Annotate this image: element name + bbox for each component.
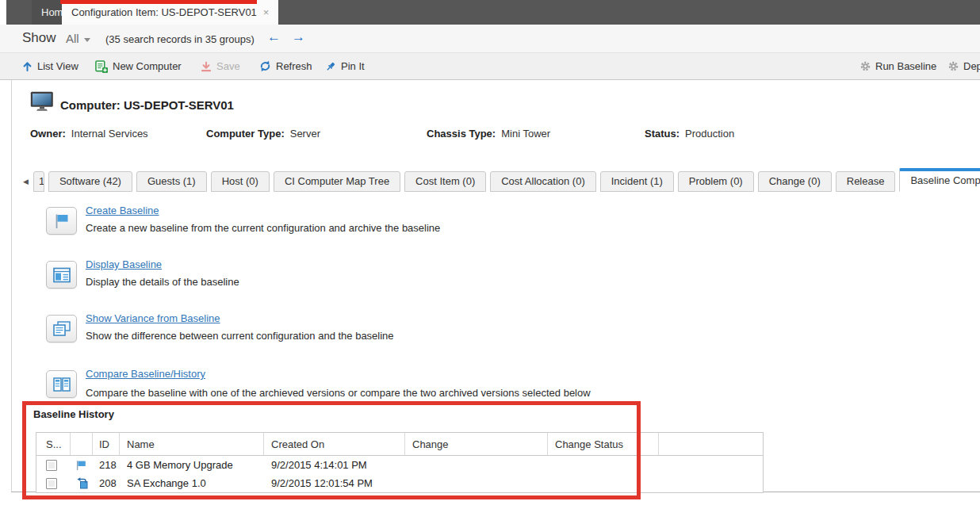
column-header-icon[interactable] [71, 433, 93, 455]
compare-baseline-link[interactable]: Compare Baseline/History [86, 368, 205, 380]
field-label: Computer Type: [206, 128, 285, 140]
column-header-extra [659, 433, 763, 455]
tab-cost-item[interactable]: Cost Item (0) [404, 171, 486, 192]
id-cell: 208 [93, 477, 120, 489]
window-tab-bar: Home × Configuration Item: US-DEPOT-SERV… [6, 0, 980, 25]
run-baseline-label: Run Baseline [875, 60, 936, 72]
field-owner: Owner:Internal Services [30, 128, 148, 140]
list-view-label: List View [37, 60, 78, 72]
show-label: Show [22, 30, 56, 46]
close-icon[interactable]: × [263, 6, 270, 18]
tab-incident[interactable]: Incident (1) [600, 171, 674, 192]
refresh-button[interactable]: Refresh [259, 53, 312, 79]
field-value: Internal Services [71, 128, 148, 140]
deploy-button[interactable]: Dep [948, 53, 980, 79]
new-document-icon [95, 60, 108, 73]
field-label: Owner: [30, 128, 66, 140]
display-baseline-link[interactable]: Display Baseline [86, 258, 162, 270]
row-checkbox[interactable] [46, 460, 57, 471]
new-computer-button[interactable]: New Computer [95, 53, 182, 79]
flag-icon [53, 212, 71, 230]
create-baseline-button[interactable] [46, 207, 77, 235]
search-records-count: (35 search records in 35 groups) [105, 33, 255, 45]
action-show-variance: Show Variance from Baseline Show the dif… [0, 312, 980, 360]
name-cell: 4 GB Memory Upgrade [120, 459, 264, 471]
select-cell [36, 478, 71, 489]
icon-cell [71, 477, 93, 489]
deploy-label: Dep [963, 60, 980, 72]
id-cell: 218 [93, 459, 120, 471]
show-variance-description: Show the difference between current conf… [86, 330, 394, 342]
tab-scroll-left-icon[interactable]: ◀ [23, 178, 29, 186]
window-tab-configuration-item[interactable]: Configuration Item: US-DEPOT-SERV01 × [62, 0, 278, 25]
save-icon [201, 61, 212, 72]
previous-record-button[interactable]: ← [267, 29, 281, 45]
tab-problem[interactable]: Problem (0) [678, 171, 754, 192]
action-create-baseline: Create Baseline Create a new baseline fr… [0, 205, 980, 252]
field-value: Production [685, 128, 734, 140]
active-tab-label: Configuration Item: US-DEPOT-SERV01 [71, 6, 257, 18]
save-label: Save [216, 60, 240, 72]
run-baseline-button[interactable]: Run Baseline [860, 53, 936, 79]
refresh-label: Refresh [276, 60, 312, 72]
tab-overflow-partial[interactable]: 1) [33, 171, 44, 192]
show-variance-link[interactable]: Show Variance from Baseline [86, 312, 220, 324]
field-status: Status:Production [645, 128, 734, 140]
icon-cell [71, 460, 93, 471]
column-header-select[interactable]: S... [36, 433, 71, 455]
variance-icon [53, 321, 71, 337]
restore-icon [75, 477, 88, 489]
column-header-name[interactable]: Name [120, 433, 264, 455]
table-header-row: S... ID Name Created On Change Change St… [36, 433, 763, 456]
display-baseline-button[interactable] [46, 261, 77, 289]
column-header-change[interactable]: Change [405, 433, 548, 455]
compare-icon [53, 377, 71, 392]
tab-baseline-comparison[interactable]: Baseline Comparison [899, 168, 980, 192]
select-cell [36, 460, 71, 471]
new-computer-label: New Computer [113, 60, 182, 72]
created-on-cell: 9/2/2015 12:01:54 PM [264, 477, 405, 489]
tab-cost-allocation[interactable]: Cost Allocation (0) [490, 171, 596, 192]
tab-guests[interactable]: Guests (1) [136, 171, 207, 192]
field-value: Mini Tower [501, 128, 550, 140]
save-button[interactable]: Save [201, 53, 240, 79]
created-on-cell: 9/2/2015 4:14:01 PM [264, 459, 405, 471]
table-row[interactable]: 208 SA Exchange 1.0 9/2/2015 12:01:54 PM [36, 474, 763, 492]
next-record-button[interactable]: → [292, 29, 305, 45]
compare-baseline-button[interactable] [46, 370, 77, 398]
table-row[interactable]: 218 4 GB Memory Upgrade 9/2/2015 4:14:01… [36, 456, 763, 474]
row-checkbox[interactable] [46, 478, 57, 489]
display-baseline-icon [53, 267, 71, 283]
flag-icon [75, 460, 86, 471]
column-header-created-on[interactable]: Created On [264, 433, 405, 455]
search-nav-row: Show All (35 search records in 35 groups… [0, 25, 980, 52]
baseline-history-table: S... ID Name Created On Change Change St… [36, 432, 764, 493]
column-header-change-status[interactable]: Change Status [548, 433, 659, 455]
up-arrow-icon [22, 61, 33, 72]
list-view-button[interactable]: List View [22, 53, 78, 79]
gear-icon [948, 61, 959, 71]
tab-host[interactable]: Host (0) [211, 171, 270, 192]
create-baseline-link[interactable]: Create Baseline [86, 205, 159, 216]
tab-ci-computer-map-tree[interactable]: CI Computer Map Tree [274, 171, 400, 192]
gear-icon [860, 61, 871, 71]
display-baseline-description: Display the details of the baseline [86, 276, 239, 288]
computer-monitor-icon [30, 91, 54, 115]
action-display-baseline: Display Baseline Display the details of … [0, 258, 980, 306]
column-header-id[interactable]: ID [93, 433, 120, 455]
page-title: Computer: US-DEPOT-SERV01 [60, 98, 234, 112]
field-label: Chassis Type: [427, 128, 496, 140]
pin-it-button[interactable]: Pin It [325, 53, 365, 79]
field-chassis-type: Chassis Type:Mini Tower [427, 128, 550, 140]
tab-change[interactable]: Change (0) [758, 171, 832, 192]
baseline-history-title: Baseline History [33, 408, 114, 420]
show-variance-button[interactable] [46, 315, 77, 342]
compare-baseline-description: Compare the baseline with one of the arc… [86, 387, 591, 399]
show-filter-value: All [66, 32, 79, 45]
tab-release[interactable]: Release [836, 171, 896, 192]
name-cell: SA Exchange 1.0 [120, 477, 264, 489]
field-computer-type: Computer Type:Server [206, 128, 320, 140]
tab-software[interactable]: Software (42) [48, 171, 132, 192]
field-value: Server [290, 128, 320, 140]
show-filter-dropdown[interactable]: All [66, 32, 90, 45]
